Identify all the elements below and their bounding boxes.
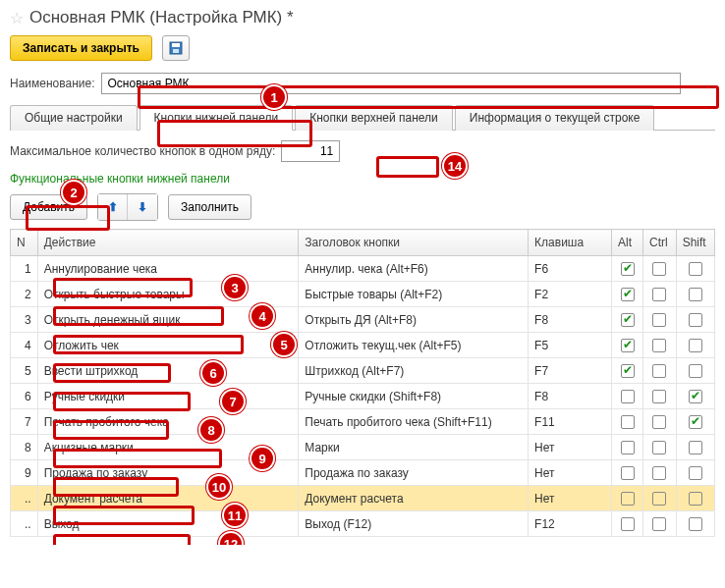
max-buttons-input[interactable] (281, 140, 340, 162)
tab-bottom-buttons[interactable]: Кнопки нижней панели (139, 105, 294, 131)
checkbox[interactable] (621, 339, 635, 352)
cell-n[interactable]: 9 (11, 460, 38, 486)
col-ctrl[interactable]: Ctrl (642, 230, 676, 256)
buttons-table[interactable]: N Действие Заголовок кнопки Клавиша Alt … (10, 229, 715, 537)
checkbox[interactable] (689, 415, 702, 429)
checkbox[interactable] (621, 390, 635, 403)
cell-alt[interactable] (612, 486, 643, 511)
checkbox[interactable] (689, 339, 702, 352)
table-row[interactable]: ..Документ расчетаДокумент расчетаНет (11, 486, 715, 511)
cell-n[interactable]: 1 (11, 256, 38, 282)
checkbox[interactable] (621, 313, 635, 327)
cell-title[interactable]: Быстрые товары (Alt+F2) (299, 282, 529, 307)
cell-action[interactable]: Открыть денежный ящик (37, 307, 299, 333)
add-button[interactable]: Добавить (10, 194, 87, 220)
checkbox[interactable] (652, 492, 666, 506)
move-down-button[interactable]: ⬇ (128, 194, 157, 220)
cell-action[interactable]: Выход (37, 511, 299, 537)
col-title[interactable]: Заголовок кнопки (299, 230, 529, 256)
cell-n[interactable]: 6 (11, 384, 38, 409)
cell-title[interactable]: Аннулир. чека (Alt+F6) (299, 256, 529, 282)
cell-shift[interactable] (676, 486, 714, 511)
tab-row-info[interactable]: Информация о текущей строке (455, 105, 655, 131)
cell-key[interactable]: Нет (529, 460, 612, 486)
cell-alt[interactable] (612, 384, 643, 409)
cell-shift[interactable] (676, 307, 714, 333)
checkbox[interactable] (652, 313, 666, 327)
cell-title[interactable]: Отложить текущ.чек (Alt+F5) (299, 333, 529, 358)
cell-action[interactable]: Аннулирование чека (37, 256, 299, 282)
cell-action[interactable]: Печать пробитого чека (37, 409, 299, 435)
cell-shift[interactable] (676, 256, 714, 282)
checkbox[interactable] (652, 339, 666, 352)
cell-n[interactable]: .. (11, 511, 38, 537)
cell-alt[interactable] (612, 256, 643, 282)
cell-ctrl[interactable] (642, 307, 676, 333)
cell-action[interactable]: Продажа по заказу (37, 460, 299, 486)
cell-title[interactable]: Открыть ДЯ (Alt+F8) (299, 307, 529, 333)
cell-n[interactable]: 2 (11, 282, 38, 307)
cell-key[interactable]: F8 (529, 307, 612, 333)
cell-shift[interactable] (676, 511, 714, 537)
checkbox[interactable] (689, 441, 702, 454)
checkbox[interactable] (652, 517, 666, 531)
cell-action[interactable]: Ввести штрихкод (37, 358, 299, 384)
cell-ctrl[interactable] (642, 460, 676, 486)
cell-key[interactable]: F6 (529, 256, 612, 282)
cell-n[interactable]: 5 (11, 358, 38, 384)
name-input[interactable] (101, 73, 681, 94)
cell-ctrl[interactable] (642, 358, 676, 384)
cell-shift[interactable] (676, 333, 714, 358)
cell-alt[interactable] (612, 282, 643, 307)
cell-key[interactable]: F7 (529, 358, 612, 384)
cell-shift[interactable] (676, 358, 714, 384)
checkbox[interactable] (621, 364, 635, 378)
cell-key[interactable]: F12 (529, 511, 612, 537)
cell-ctrl[interactable] (642, 256, 676, 282)
checkbox[interactable] (652, 441, 666, 454)
cell-ctrl[interactable] (642, 282, 676, 307)
cell-n[interactable]: 8 (11, 435, 38, 460)
cell-action[interactable]: Открыть быстрые товары (37, 282, 299, 307)
cell-shift[interactable] (676, 282, 714, 307)
save-close-button[interactable]: Записать и закрыть (10, 35, 152, 61)
checkbox[interactable] (652, 390, 666, 403)
move-up-button[interactable]: ⬆ (98, 194, 128, 220)
cell-ctrl[interactable] (642, 409, 676, 435)
checkbox[interactable] (621, 262, 635, 276)
cell-alt[interactable] (612, 460, 643, 486)
cell-action[interactable]: Ручные скидки (37, 384, 299, 409)
checkbox[interactable] (689, 517, 702, 531)
cell-key[interactable]: F8 (529, 384, 612, 409)
cell-n[interactable]: 7 (11, 409, 38, 435)
checkbox[interactable] (652, 466, 666, 480)
cell-key[interactable]: F5 (529, 333, 612, 358)
cell-ctrl[interactable] (642, 511, 676, 537)
checkbox[interactable] (652, 415, 666, 429)
cell-ctrl[interactable] (642, 333, 676, 358)
col-key[interactable]: Клавиша (529, 230, 612, 256)
checkbox[interactable] (689, 288, 702, 301)
checkbox[interactable] (652, 262, 666, 276)
cell-title[interactable]: Документ расчета (299, 486, 529, 511)
checkbox[interactable] (689, 262, 702, 276)
checkbox[interactable] (689, 313, 702, 327)
cell-key[interactable]: Нет (529, 435, 612, 460)
cell-alt[interactable] (612, 511, 643, 537)
cell-title[interactable]: Выход (F12) (299, 511, 529, 537)
cell-key[interactable]: F2 (529, 282, 612, 307)
table-row[interactable]: 2Открыть быстрые товарыБыстрые товары (A… (11, 282, 715, 307)
cell-alt[interactable] (612, 409, 643, 435)
cell-shift[interactable] (676, 384, 714, 409)
cell-key[interactable]: F11 (529, 409, 612, 435)
checkbox[interactable] (689, 364, 702, 378)
cell-n[interactable]: .. (11, 486, 38, 511)
table-row[interactable]: 6Ручные скидкиРучные скидки (Shift+F8)F8 (11, 384, 715, 409)
checkbox[interactable] (621, 441, 635, 454)
cell-n[interactable]: 3 (11, 307, 38, 333)
checkbox[interactable] (621, 492, 635, 506)
table-row[interactable]: 5Ввести штрихкодШтрихкод (Alt+F7)F7 (11, 358, 715, 384)
favorite-star-icon[interactable]: ☆ (10, 9, 24, 27)
table-row[interactable]: 4Отложить чекОтложить текущ.чек (Alt+F5)… (11, 333, 715, 358)
cell-shift[interactable] (676, 460, 714, 486)
